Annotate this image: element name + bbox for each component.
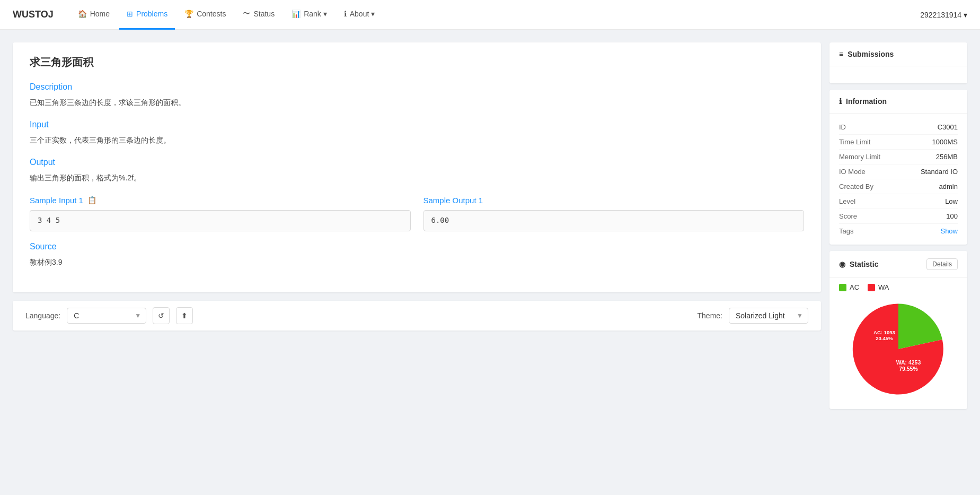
editor-right: Theme: Solarized Light Dark Default ▼: [698, 308, 808, 324]
problems-icon: ⊞: [127, 10, 133, 18]
description-text: 已知三角形三条边的长度，求该三角形的面积。: [30, 96, 804, 109]
nav-status-label: Status: [253, 10, 275, 18]
svg-text:20.45%: 20.45%: [876, 335, 893, 341]
home-icon: 🏠: [78, 10, 87, 18]
upload-button[interactable]: ⬆: [176, 307, 193, 324]
info-value: Standard IO: [921, 168, 958, 176]
statistic-title: ◉ Statistic: [839, 260, 878, 268]
info-row: Memory Limit256MB: [839, 150, 958, 164]
theme-label: Theme:: [698, 311, 722, 320]
info-value: 256MB: [936, 153, 958, 161]
sample-input-heading: Sample Input 1 📋: [30, 196, 411, 205]
nav-about[interactable]: ℹ About ▾: [337, 0, 382, 30]
sample-output-label: Sample Output 1: [423, 196, 483, 205]
information-heading: Information: [846, 97, 887, 106]
ac-legend-label: AC: [850, 283, 859, 291]
brand[interactable]: WUSTOJ: [13, 9, 54, 20]
output-heading: Output: [30, 158, 804, 167]
statistic-card: ◉ Statistic Details AC WA: [829, 251, 967, 409]
username: 2922131914 ▾: [920, 11, 967, 19]
nav-problems[interactable]: ⊞ Problems: [119, 0, 175, 30]
pie-container: AC: 1093 20.45% WA: 4253 79.55%: [829, 293, 967, 409]
sample-output-heading: Sample Output 1: [423, 196, 805, 205]
output-text: 输出三角形的面积，格式为%.2f。: [30, 171, 804, 185]
nav-home[interactable]: 🏠 Home: [70, 0, 117, 30]
status-icon: 〜: [243, 9, 250, 19]
problem-card: 求三角形面积 Description 已知三角形三条边的长度，求该三角形的面积。…: [13, 42, 821, 292]
statistic-heading: Statistic: [850, 260, 878, 268]
source-text: 教材例3.9: [30, 256, 804, 269]
nav-contests[interactable]: 🏆 Contests: [177, 0, 233, 30]
nav-rank-label: Rank ▾: [304, 10, 327, 18]
info-label: IO Mode: [839, 168, 866, 176]
nav-home-label: Home: [90, 10, 110, 18]
info-label: Time Limit: [839, 138, 870, 146]
sample-input-label: Sample Input 1: [30, 196, 83, 205]
main-container: 求三角形面积 Description 已知三角形三条边的长度，求该三角形的面积。…: [0, 30, 980, 422]
info-label: Memory Limit: [839, 153, 880, 161]
description-heading: Description: [30, 82, 804, 92]
editor-toolbar: Language: C C++ Java Python ▼ ↺ ⬆ Theme:: [13, 301, 821, 331]
language-label: Language:: [25, 311, 60, 320]
information-header: ℹ Information: [829, 90, 967, 114]
user-menu[interactable]: 2922131914 ▾: [920, 11, 967, 19]
info-row: Time Limit1000MS: [839, 135, 958, 150]
info-value: Low: [945, 197, 958, 205]
sample-row: Sample Input 1 📋 3 4 5 Sample Output 1 6…: [30, 196, 804, 231]
refresh-button[interactable]: ↺: [153, 307, 170, 324]
info-value: 100: [946, 212, 958, 220]
nav-rank[interactable]: 📊 Rank ▾: [284, 0, 334, 30]
submissions-heading: Submissions: [847, 50, 894, 58]
legend-row: AC WA: [829, 278, 967, 293]
details-button[interactable]: Details: [926, 258, 958, 270]
rank-icon: 📊: [292, 10, 301, 18]
navbar: WUSTOJ 🏠 Home ⊞ Problems 🏆 Contests 〜 St…: [0, 0, 980, 30]
ac-dot: [839, 284, 846, 291]
submissions-icon: ≡: [839, 50, 843, 58]
statistic-icon: ◉: [839, 260, 845, 268]
info-value: 1000MS: [932, 138, 958, 146]
language-select[interactable]: C C++ Java Python: [67, 308, 146, 324]
source-heading: Source: [30, 242, 804, 251]
info-row: Created Byadmin: [839, 179, 958, 194]
svg-text:WA: 4253: WA: 4253: [896, 360, 921, 366]
submissions-card: ≡ Submissions: [829, 42, 967, 83]
nav-contests-label: Contests: [197, 10, 226, 18]
sidebar: ≡ Submissions ℹ Information IDC3001Time …: [829, 42, 967, 409]
pie-chart: AC: 1093 20.45% WA: 4253 79.55%: [848, 299, 949, 400]
sample-input-box: 3 4 5: [30, 210, 411, 231]
info-label: Created By: [839, 183, 873, 190]
theme-select-wrapper[interactable]: Solarized Light Dark Default ▼: [729, 308, 808, 324]
sample-output-block: Sample Output 1 6.00: [423, 196, 805, 231]
nav-items: 🏠 Home ⊞ Problems 🏆 Contests 〜 Status 📊 …: [70, 0, 921, 30]
svg-text:79.55%: 79.55%: [899, 366, 917, 372]
sample-input-block: Sample Input 1 📋 3 4 5: [30, 196, 411, 231]
language-select-wrapper[interactable]: C C++ Java Python ▼: [67, 308, 146, 324]
upload-icon: ⬆: [181, 311, 188, 320]
submissions-header: ≡ Submissions: [829, 42, 967, 66]
wa-dot: [868, 284, 875, 291]
info-label: Tags: [839, 227, 853, 235]
legend-ac: AC: [839, 283, 859, 291]
info-row: IO ModeStandard IO: [839, 164, 958, 179]
information-icon: ℹ: [839, 97, 842, 106]
submissions-empty: [829, 66, 967, 83]
info-row: Score100: [839, 209, 958, 224]
content-area: 求三角形面积 Description 已知三角形三条边的长度，求该三角形的面积。…: [13, 42, 821, 409]
theme-select[interactable]: Solarized Light Dark Default: [729, 308, 808, 324]
nav-status[interactable]: 〜 Status: [235, 0, 282, 30]
nav-problems-label: Problems: [136, 10, 167, 18]
information-card: ℹ Information IDC3001Time Limit1000MSMem…: [829, 90, 967, 245]
info-label: Level: [839, 197, 855, 205]
about-icon: ℹ: [344, 10, 347, 18]
info-label: ID: [839, 123, 846, 131]
contests-icon: 🏆: [184, 10, 193, 18]
sample-output-box: 6.00: [423, 210, 805, 231]
legend-wa: WA: [868, 283, 889, 291]
svg-text:AC: 1093: AC: 1093: [873, 329, 895, 335]
copy-icon[interactable]: 📋: [87, 196, 96, 204]
wa-legend-label: WA: [878, 283, 889, 291]
submissions-list: [829, 66, 967, 83]
info-value[interactable]: Show: [940, 227, 958, 235]
refresh-icon: ↺: [158, 311, 164, 320]
